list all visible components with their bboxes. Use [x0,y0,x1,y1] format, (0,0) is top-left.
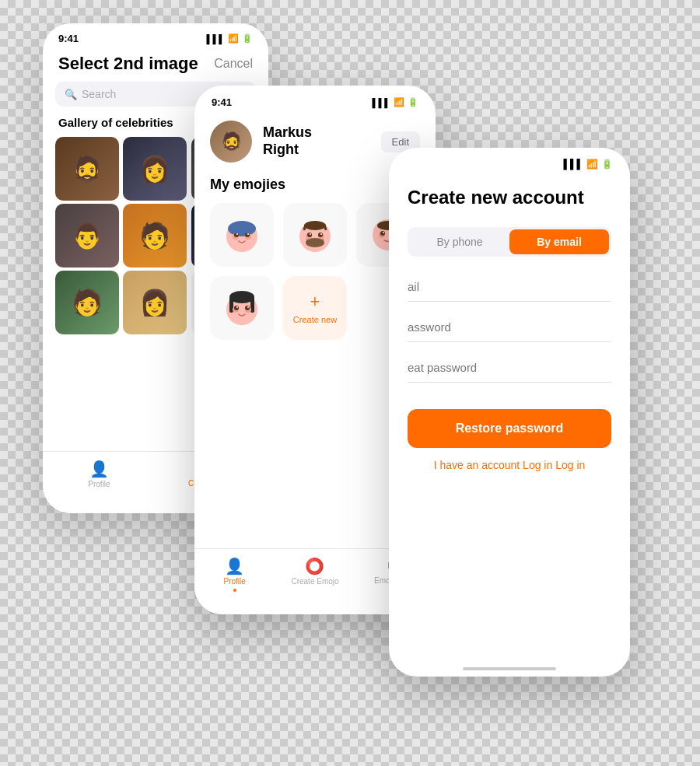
profile-nav-icon: 👤 [89,460,109,478]
celebrity-cell-2[interactable]: 👩 [123,137,187,201]
celebrity-cell-8[interactable]: 👩 [123,271,187,334]
svg-point-35 [236,306,238,308]
cancel-button[interactable]: Cancel [214,57,253,71]
celebrity-cell-1[interactable]: 🧔 [55,137,119,201]
nav2-create-emojo[interactable]: ⭕ Create Emojo [275,557,355,586]
tab-by-email[interactable]: By email [509,229,609,254]
login-link-text: I have an account Log in Log in [389,459,630,471]
emoji-girl-svg [219,285,265,331]
nav2-profile[interactable]: 👤 Profile [194,557,275,592]
svg-point-20 [380,231,385,236]
svg-point-14 [320,233,322,235]
phone1-header: Select 2nd image Cancel [43,47,268,82]
have-account-text: I have an account [434,459,520,471]
profile-name-block: Markus Right [263,124,312,158]
login-link[interactable]: Log in [523,459,552,471]
nav2-profile-label: Profile [223,577,245,586]
svg-point-22 [383,232,384,233]
wifi-icon-2: 📶 [394,97,404,107]
phone3-status-bar: ▌▌▌ 📶 🔋 [389,148,630,174]
wifi-icon-3: 📶 [586,159,598,170]
phone1-time: 9:41 [58,33,79,44]
svg-point-7 [247,233,249,235]
emoji-cell-4[interactable] [210,276,274,340]
password-field-container [408,313,611,342]
login-label-span[interactable]: Log in [555,459,585,471]
password-input[interactable] [408,313,611,342]
search-placeholder: Search [82,88,116,100]
nav-profile-label: Profile [88,480,110,488]
phone1-status-icons: ▌▌▌ 📶 🔋 [207,33,253,44]
my-emojies-title: My emojies [210,177,285,193]
phone2-time: 9:41 [212,96,232,108]
profile-name-line1: Markus [263,124,312,142]
emoji-boy-svg [219,212,265,258]
create-plus-icon: + [310,292,320,312]
tab-by-phone[interactable]: By phone [410,229,509,254]
home-indicator [463,667,556,670]
battery-icon: 🔋 [242,33,253,44]
wifi-icon: 📶 [228,33,239,44]
svg-point-13 [310,233,311,235]
repeat-password-field-container [408,353,611,383]
svg-point-6 [236,233,238,235]
battery-icon-3: 🔋 [601,159,613,170]
emoji-beard-svg [292,212,338,258]
celebrity-cell-5[interactable]: 🧑 [123,204,187,268]
svg-point-11 [307,233,312,237]
signal-icon-2: ▌▌▌ [373,98,390,107]
phone2-status-bar: 9:41 ▌▌▌ 📶 🔋 [194,86,436,113]
svg-point-34 [245,306,250,310]
create-new-cell[interactable]: + Create new [283,276,347,340]
emoji-cell-2[interactable] [283,203,347,267]
nav2-profile-icon: 👤 [225,557,244,575]
repeat-password-input[interactable] [408,353,611,383]
celebrity-cell-7[interactable]: 🧑 [55,271,119,334]
emoji-cell-1[interactable] [210,203,274,267]
celebrity-cell-4[interactable]: 👨 [55,204,119,268]
phone3-page-title: Create new account [389,174,630,227]
svg-point-36 [247,306,249,308]
nav-item-profile[interactable]: 👤 Profile [43,460,156,488]
signal-icon-3: ▌▌▌ [563,159,583,170]
email-field-container [408,272,611,302]
profile-avatar: 🧔 [210,121,252,163]
signal-icon: ▌▌▌ [207,34,225,44]
phone2-status-icons: ▌▌▌ 📶 🔋 [373,97,418,107]
svg-point-33 [234,306,239,310]
create-new-label: Create new [293,315,337,324]
email-input[interactable] [408,272,611,302]
nav2-create-emojo-label: Create Emojo [291,577,338,586]
nav2-create-emojo-icon: ⭕ [305,557,324,575]
svg-point-16 [304,221,326,230]
phone1-status-bar: 9:41 ▌▌▌ 📶 🔋 [43,23,268,47]
search-icon: 🔍 [65,89,77,100]
registration-tab-switcher: By phone By email [408,227,611,257]
avatar-emoji: 🧔 [221,131,242,152]
phone-3: ▌▌▌ 📶 🔋 Create new account By phone By e… [389,148,630,677]
nav2-active-indicator [233,589,236,592]
svg-point-12 [318,233,323,237]
restore-password-button[interactable]: Restore password [408,409,611,448]
phone1-title: Select 2nd image [58,54,198,74]
profile-name-line2: Right [263,142,312,159]
svg-rect-24 [386,242,388,248]
battery-icon-2: 🔋 [408,97,418,107]
